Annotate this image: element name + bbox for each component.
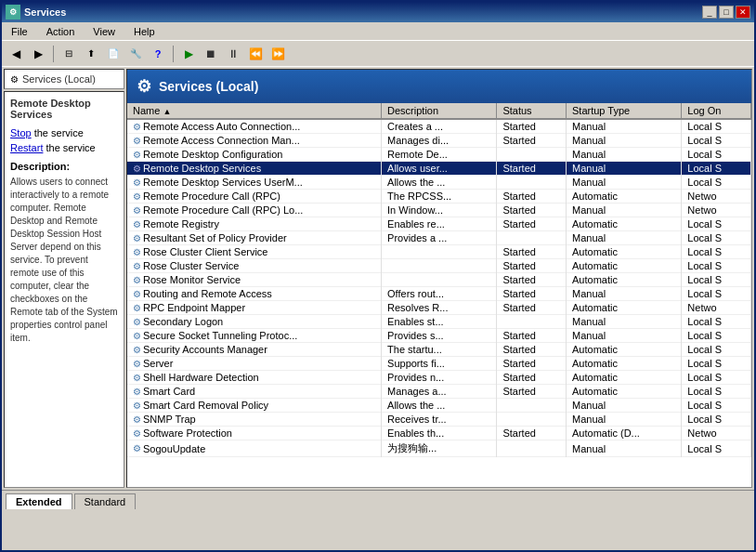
row-desc xyxy=(382,273,497,287)
row-logon: Local S xyxy=(682,259,751,273)
row-status: Started xyxy=(497,217,567,231)
pause-button[interactable]: ⏸ xyxy=(223,44,243,64)
table-row[interactable]: ⚙ Rose Cluster Client Service StartedAut… xyxy=(127,245,751,259)
tab-standard[interactable]: Standard xyxy=(74,493,137,509)
table-row[interactable]: ⚙ Remote Access Connection Man... Manage… xyxy=(127,134,751,148)
table-row[interactable]: ⚙ Rose Monitor Service StartedAutomaticL… xyxy=(127,273,751,287)
bottom-area: Extended Standard xyxy=(2,490,754,509)
row-desc: 为搜狗输... xyxy=(382,440,497,457)
tree-label[interactable]: Services (Local) xyxy=(22,73,96,85)
row-name-cell: ⚙ RPC Endpoint Mapper xyxy=(133,302,375,313)
col-status[interactable]: Status xyxy=(497,103,567,119)
row-logon: Local S xyxy=(682,413,751,427)
stop-link[interactable]: Stop xyxy=(10,127,32,138)
help-btn[interactable]: ? xyxy=(148,44,168,64)
table-row[interactable]: ⚙ Remote Access Auto Connection... Creat… xyxy=(127,119,751,134)
row-name-cell: ⚙ Remote Procedure Call (RPC) Lo... xyxy=(133,204,375,216)
tree-button[interactable]: ⊟ xyxy=(59,44,79,64)
toolbar: ◀ ▶ ⊟ ⬆ 📄 🔧 ? ▶ ⏹ ⏸ ⏪ ⏩ xyxy=(2,41,754,67)
menu-file[interactable]: File xyxy=(6,24,33,39)
table-row[interactable]: ⚙ Remote Registry Enables re...StartedAu… xyxy=(127,217,751,231)
col-name[interactable]: Name ▲ xyxy=(127,103,382,119)
new-button[interactable]: 📄 xyxy=(103,44,124,64)
col-startup[interactable]: Startup Type xyxy=(567,103,682,119)
row-desc: The startu... xyxy=(382,343,497,357)
row-startup: Manual xyxy=(567,176,682,190)
row-status: Started xyxy=(497,329,567,343)
table-row[interactable]: ⚙ Remote Desktop Configuration Remote De… xyxy=(127,148,751,162)
col-logon[interactable]: Log On xyxy=(682,103,751,119)
table-row[interactable]: ⚙ SNMP Trap Receives tr...ManualLocal S xyxy=(127,413,751,427)
properties-button[interactable]: 🔧 xyxy=(125,44,146,64)
menu-help[interactable]: Help xyxy=(128,24,161,39)
services-table[interactable]: Name ▲ Description Status Startup Type L… xyxy=(127,103,751,487)
service-row-icon: ⚙ xyxy=(133,150,141,160)
table-row[interactable]: ⚙ Remote Procedure Call (RPC) The RPCSS.… xyxy=(127,190,751,204)
row-logon: Local S xyxy=(682,329,751,343)
row-logon: Netwo xyxy=(682,190,751,204)
table-row[interactable]: ⚙ SogouUpdate 为搜狗输...ManualLocal S xyxy=(127,440,751,457)
maximize-button[interactable]: □ xyxy=(719,6,734,19)
close-button[interactable]: ✕ xyxy=(736,6,750,19)
description-text: Allows users to connect interactively to… xyxy=(10,176,118,345)
col-description[interactable]: Description xyxy=(382,103,497,119)
restart-link[interactable]: Restart xyxy=(10,142,43,153)
title-bar: ⚙ Services _ □ ✕ xyxy=(2,2,754,22)
table-row[interactable]: ⚙ Remote Desktop Services Allows user...… xyxy=(127,162,751,176)
restart-button[interactable]: ⏪ xyxy=(245,44,266,64)
service-row-icon: ⚙ xyxy=(133,289,141,299)
row-name-cell: ⚙ Remote Registry xyxy=(133,218,375,230)
table-row[interactable]: ⚙ Server Supports fi...StartedAutomaticL… xyxy=(127,357,751,371)
title-bar-text: Services xyxy=(24,7,66,18)
row-name-cell: ⚙ Remote Desktop Services UserM... xyxy=(133,177,375,188)
tree-panel: ⚙ Services (Local) xyxy=(4,69,124,89)
service-row-icon: ⚙ xyxy=(133,122,141,132)
table-row[interactable]: ⚙ Rose Cluster Service StartedAutomaticL… xyxy=(127,259,751,273)
service-name-text: Remote Procedure Call (RPC) Lo... xyxy=(143,204,303,216)
table-row[interactable]: ⚙ Resultant Set of Policy Provider Provi… xyxy=(127,231,751,245)
table-row[interactable]: ⚙ Security Accounts Manager The startu..… xyxy=(127,343,751,357)
row-startup: Automatic xyxy=(567,357,682,371)
table-row[interactable]: ⚙ Shell Hardware Detection Provides n...… xyxy=(127,371,751,385)
row-status: Started xyxy=(497,134,567,148)
table-row[interactable]: ⚙ Remote Desktop Services UserM... Allow… xyxy=(127,176,751,190)
row-name-cell: ⚙ Smart Card Removal Policy xyxy=(133,400,375,411)
row-startup: Manual xyxy=(567,399,682,413)
table-row[interactable]: ⚙ Software Protection Enables th...Start… xyxy=(127,427,751,440)
service-name-text: Rose Cluster Client Service xyxy=(143,246,268,257)
stop-button[interactable]: ⏹ xyxy=(201,44,221,64)
row-desc: Manages di... xyxy=(382,134,497,148)
row-status: Started xyxy=(497,245,567,259)
menu-view[interactable]: View xyxy=(87,24,121,39)
table-row[interactable]: ⚙ Secondary Logon Enables st...ManualLoc… xyxy=(127,315,751,329)
table-row[interactable]: ⚙ Secure Socket Tunneling Protoc... Prov… xyxy=(127,329,751,343)
service-row-icon: ⚙ xyxy=(133,387,141,397)
restart-line: Restart the service xyxy=(10,142,118,153)
forward-button[interactable]: ▶ xyxy=(28,44,48,64)
row-logon: Local S xyxy=(682,162,751,176)
table-row[interactable]: ⚙ Smart Card Removal Policy Allows the .… xyxy=(127,399,751,413)
up-button[interactable]: ⬆ xyxy=(81,44,101,64)
table-row[interactable]: ⚙ RPC Endpoint Mapper Resolves R...Start… xyxy=(127,301,751,315)
service-name-text: Smart Card xyxy=(143,386,195,397)
table-row[interactable]: ⚙ Remote Procedure Call (RPC) Lo... In W… xyxy=(127,204,751,217)
service-name-text: Remote Access Connection Man... xyxy=(143,135,300,146)
row-status xyxy=(497,315,567,329)
sort-arrow: ▲ xyxy=(163,107,171,116)
play-button[interactable]: ▶ xyxy=(178,44,199,64)
service-row-icon: ⚙ xyxy=(133,247,141,257)
row-desc: Receives tr... xyxy=(382,413,497,427)
row-logon: Netwo xyxy=(682,204,751,217)
tab-extended[interactable]: Extended xyxy=(6,493,72,509)
panel-header-title: Services (Local) xyxy=(159,79,258,94)
table-row[interactable]: ⚙ Routing and Remote Access Offers rout.… xyxy=(127,287,751,301)
service-row-icon: ⚙ xyxy=(133,331,141,341)
table-row[interactable]: ⚙ Smart Card Manages a...StartedAutomati… xyxy=(127,385,751,399)
menu-action[interactable]: Action xyxy=(41,24,81,39)
minimize-button[interactable]: _ xyxy=(702,6,717,19)
step-button[interactable]: ⏩ xyxy=(267,44,288,64)
row-desc: In Window... xyxy=(382,204,497,217)
service-row-icon: ⚙ xyxy=(133,414,141,425)
back-button[interactable]: ◀ xyxy=(6,44,26,64)
tabs-row: Extended Standard xyxy=(2,491,754,509)
